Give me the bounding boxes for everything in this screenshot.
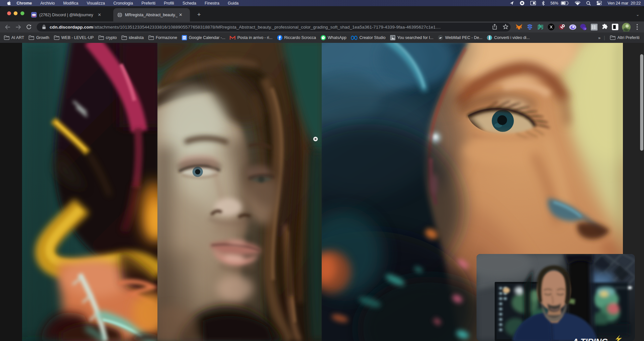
svg-text:A TIRING: A TIRING [572, 337, 608, 341]
svg-text:31: 31 [183, 36, 186, 39]
svg-text:s: s [585, 28, 586, 30]
